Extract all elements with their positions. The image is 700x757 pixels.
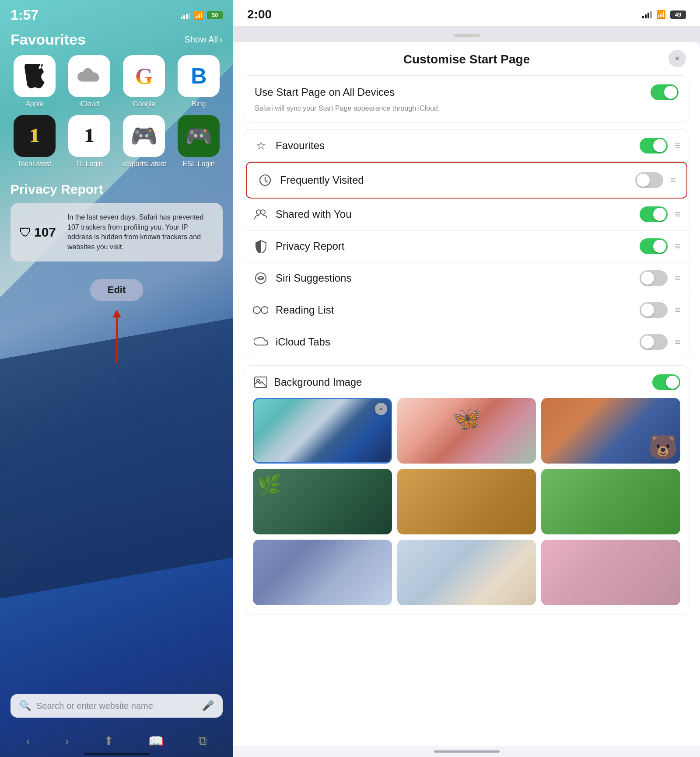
start-page-items-list: ☆ Favourites ≡ Freque [244,129,690,358]
reading-list-drag-handle[interactable]: ≡ [675,304,680,316]
app-icon-esports: 🎮 [123,115,165,157]
svg-point-9 [261,307,268,314]
bg-image-1[interactable]: × [253,398,392,464]
bg-image-1-remove[interactable]: × [375,403,387,415]
right-signal-icon [642,10,652,18]
shield-half-icon [255,240,266,253]
bg-image-4[interactable]: 🌿 [253,469,392,534]
app-item-esports[interactable]: 🎮 eSportsLatest [120,115,168,168]
left-time: 1:57 [10,7,38,23]
background-image-toggle[interactable] [652,374,680,390]
favourites-title: Favourites [10,31,86,48]
app-icon-esl-login: 🎮 [178,115,220,157]
privacy-report-toggle[interactable] [640,238,668,254]
favourites-drag-handle[interactable]: ≡ [675,140,680,151]
bg-image-7[interactable] [253,540,392,605]
right-battery: 49 [670,10,686,19]
bear-decoration: 🐻 [648,433,678,461]
siri-suggestions-drag-handle[interactable]: ≡ [675,272,680,284]
frequently-visited-toggle[interactable] [635,172,663,188]
sheet-title: Customise Start Page [403,52,530,66]
sync-toggle-knob [664,86,677,99]
tracker-count: 107 [34,225,56,240]
icloud-tabs-label: iCloud Tabs [276,336,633,348]
bg-image-8[interactable] [397,540,536,605]
icloud-icon [77,64,102,88]
bg-image-3[interactable]: 🐻 [541,398,680,464]
app-icon-apple [14,55,56,97]
nature-decoration: 🌿 [257,473,282,496]
frequently-visited-highlight: Frequently Visited ≡ [246,162,687,199]
app-item-apple[interactable]: Apple [10,55,58,108]
list-row-shared-with-you: Shared with You ≡ [244,199,689,230]
privacy-report-drag-handle[interactable]: ≡ [675,241,680,252]
app-icon-icloud [68,55,110,97]
app-item-tl-login[interactable]: 𝟏 TL Login [65,115,113,168]
favourites-icon: ☆ [253,138,269,153]
reading-list-toggle[interactable] [640,302,668,318]
show-all-button[interactable]: Show All › [185,35,223,45]
frequently-visited-drag-handle[interactable]: ≡ [670,174,676,186]
signal-icon [181,12,190,19]
shared-with-you-toggle[interactable] [640,206,668,222]
frequently-visited-label: Frequently Visited [280,174,628,186]
list-row-siri-suggestions: Siri Suggestions ≡ [244,262,689,294]
right-status-icons: 📶 49 [642,10,686,19]
app-icon-google: G [123,55,165,97]
siri-suggestions-toggle[interactable] [640,270,668,286]
app-item-icloud[interactable]: iCloud [65,55,113,108]
shared-with-you-icon [253,206,269,222]
bg-image-2[interactable]: 🦋 [397,398,536,464]
app-label-esports: eSportsLatest [123,160,165,168]
right-time: 2:00 [247,7,272,21]
icloud-tabs-drag-handle[interactable]: ≡ [675,336,680,348]
app-item-google[interactable]: G Google [120,55,168,108]
app-item-bing[interactable]: B Bing [175,55,223,108]
background-image-toggle-knob [666,376,679,389]
sheet-header: Customise Start Page × [233,42,700,75]
image-icon [254,377,267,388]
list-row-frequently-visited: Frequently Visited ≡ [248,164,685,196]
favourites-toggle-knob [653,139,666,152]
bg-image-9[interactable] [541,540,680,605]
list-row-reading-list: Reading List ≡ [244,294,689,326]
reading-list-toggle-knob [641,303,654,317]
app-label-techlatest: TechLatest [18,160,51,168]
list-row-privacy-report: Privacy Report ≡ [244,230,689,262]
svg-point-3 [256,210,261,214]
sync-toggle[interactable] [651,84,679,100]
chevron-right-icon: › [220,35,223,45]
butterfly-decoration: 🦋 [452,405,482,433]
app-item-esl-login[interactable]: 🎮 ESL Login [175,115,223,168]
icloud-tabs-toggle-knob [641,335,654,349]
reading-list-icon [253,302,269,318]
bg-image-5[interactable] [397,469,536,534]
right-panel: 2:00 📶 49 Customise Start Page × Use Sta… [233,0,700,757]
privacy-report-card[interactable]: 🛡 107 In the last seven days, Safari has… [10,203,223,262]
tl-logo-icon: 𝟏 [30,126,39,147]
app-label-tl-login: TL Login [76,160,103,168]
right-home-indicator [434,750,500,753]
privacy-description: In the last seven days, Safari has preve… [67,213,214,252]
shared-with-you-drag-handle[interactable]: ≡ [675,209,680,220]
left-status-bar: 1:57 📶 50 [0,0,233,27]
favourites-toggle[interactable] [640,138,668,153]
app-label-google: Google [133,100,155,108]
close-button[interactable]: × [668,50,686,67]
app-label-bing: Bing [192,100,206,108]
list-row-icloud-tabs: iCloud Tabs ≡ [244,326,689,358]
svg-point-8 [253,307,260,314]
siri-suggestions-label: Siri Suggestions [276,272,633,284]
background-image-label: Background Image [274,376,362,388]
app-item-techlatest[interactable]: 𝟏 TechLatest [10,115,58,168]
privacy-report-icon [253,238,269,254]
bg-image-6[interactable] [541,469,680,534]
right-status-bar: 2:00 📶 49 [233,0,700,26]
list-row-favourites: ☆ Favourites ≡ [244,130,689,162]
edit-button[interactable]: Edit [90,279,144,301]
background-image-header: Background Image [253,374,680,390]
siri-suggestions-icon [253,270,269,286]
favourites-header: Favourites Show All › [10,31,223,48]
icloud-tabs-toggle[interactable] [640,334,668,350]
background-image-title-row: Background Image [253,374,362,390]
